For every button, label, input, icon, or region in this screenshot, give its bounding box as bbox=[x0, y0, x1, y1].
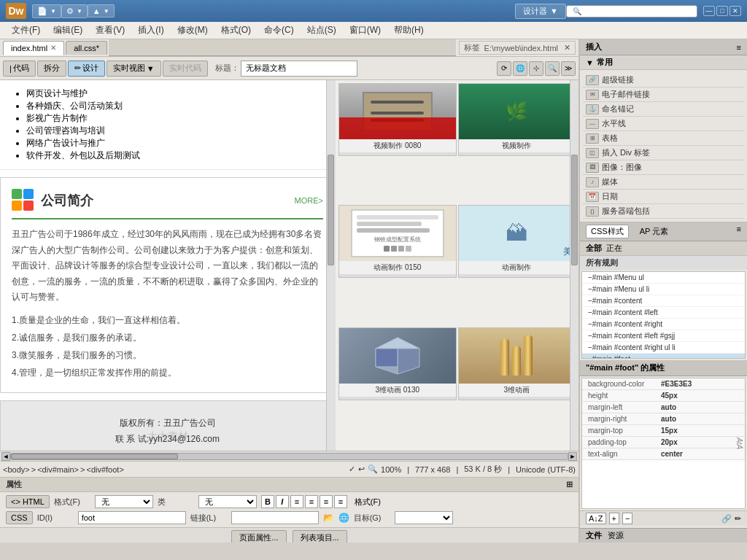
assets-tab[interactable]: 资源 bbox=[608, 530, 624, 541]
all-tab[interactable]: 全部 bbox=[586, 243, 602, 254]
toolbar-publish-icon[interactable]: ▲▼ bbox=[88, 4, 115, 18]
insert-server[interactable]: {} 服务器端包括 bbox=[583, 204, 744, 219]
split-btn[interactable]: 拆分 bbox=[37, 61, 66, 77]
minus-icon[interactable]: − bbox=[622, 513, 632, 524]
current-tab[interactable]: 正在 bbox=[606, 243, 622, 254]
class-select[interactable]: 无 bbox=[198, 495, 257, 508]
ap-elements-tab[interactable]: AP 元素 bbox=[635, 225, 674, 238]
status-arrow[interactable]: ↩ bbox=[358, 464, 365, 474]
css-panel-menu[interactable]: ≡ bbox=[737, 225, 741, 238]
html-btn[interactable]: <> HTML bbox=[6, 495, 50, 508]
more-link[interactable]: MORE> bbox=[295, 196, 323, 205]
properties-expand[interactable]: ⊞ bbox=[566, 480, 573, 489]
restore-button[interactable]: □ bbox=[716, 6, 728, 16]
link-icon[interactable]: 📂 bbox=[323, 513, 334, 523]
css-rule[interactable]: −#main #content #right ul li bbox=[582, 342, 745, 354]
insert-image[interactable]: 🖼 图像：图像 bbox=[583, 160, 744, 175]
menu-window[interactable]: 窗口(W) bbox=[344, 23, 387, 38]
insert-div[interactable]: ◫ 插入 Div 标签 bbox=[583, 146, 744, 160]
menu-view[interactable]: 查看(V) bbox=[90, 23, 131, 38]
menu-help[interactable]: 帮助(H) bbox=[388, 23, 430, 38]
menu-file[interactable]: 文件(F) bbox=[6, 23, 46, 38]
common-header[interactable]: ▼ 常用 bbox=[580, 55, 747, 70]
css-rule[interactable]: −#main #content #left #gsjj bbox=[582, 330, 745, 342]
designer-button[interactable]: 设计器 ▼ bbox=[515, 4, 566, 19]
search-box[interactable]: 🔍 bbox=[566, 5, 697, 18]
zoom-in-icon[interactable]: 🔍 bbox=[545, 61, 560, 76]
title-input[interactable] bbox=[241, 61, 357, 77]
insert-anchor[interactable]: ⚓ 命名锚记 bbox=[583, 102, 744, 117]
tab-close-index[interactable]: ✕ bbox=[50, 44, 56, 52]
css-panel-header: CSS样式 AP 元素 ≡ bbox=[580, 222, 747, 241]
link-css-icon[interactable]: 🔗 bbox=[721, 514, 732, 524]
align-center-btn[interactable]: ≡ bbox=[305, 495, 318, 508]
scrollbar-thumb[interactable] bbox=[328, 155, 334, 265]
menu-modify[interactable]: 修改(M) bbox=[171, 23, 214, 38]
status-check[interactable]: ✓ bbox=[349, 464, 355, 474]
menu-site[interactable]: 站点(S) bbox=[301, 23, 342, 38]
link-globe[interactable]: 🌐 bbox=[338, 513, 349, 523]
menu-insert[interactable]: 插入(I) bbox=[132, 23, 169, 38]
css-rule-selected[interactable]: −#main #foot bbox=[582, 354, 745, 359]
insert-hyperlink[interactable]: 🔗 超级链接 bbox=[583, 73, 744, 88]
list-item-button[interactable]: 列表项目... bbox=[293, 530, 347, 542]
right-scrollbar[interactable] bbox=[570, 80, 578, 451]
insert-email[interactable]: ✉ 电子邮件链接 bbox=[583, 88, 744, 102]
status-icon1[interactable]: 🔍 bbox=[368, 464, 378, 474]
scroll-thumb[interactable] bbox=[11, 454, 178, 459]
page-props-button[interactable]: 页面属性... bbox=[231, 530, 286, 542]
close-button[interactable]: ✕ bbox=[729, 6, 741, 16]
target-select[interactable] bbox=[395, 511, 453, 524]
menu-format[interactable]: 格式(O) bbox=[215, 23, 257, 38]
edit-css-icon[interactable]: ✏ bbox=[735, 514, 741, 524]
toolbar-file-icon[interactable]: 📄▼ bbox=[32, 4, 61, 18]
inspect-icon[interactable]: ⊹ bbox=[529, 61, 543, 76]
scroll-right-btn[interactable]: ► bbox=[568, 452, 577, 461]
insert-media[interactable]: ♪ 媒体 bbox=[583, 175, 744, 190]
css-rule[interactable]: −#main #content #right bbox=[582, 319, 745, 330]
align-left-btn[interactable]: ≡ bbox=[290, 495, 303, 508]
italic-btn[interactable]: I bbox=[276, 495, 289, 508]
horizontal-scrollbar[interactable]: ◄ ► bbox=[0, 451, 578, 461]
insert-table[interactable]: ⊞ 表格 bbox=[583, 131, 744, 146]
scroll-left-btn[interactable]: ◄ bbox=[1, 452, 10, 461]
css-rule[interactable]: −#main #Menu ul bbox=[582, 272, 745, 284]
refresh-icon[interactable]: ⟳ bbox=[497, 61, 511, 76]
minimize-button[interactable]: — bbox=[703, 6, 715, 16]
css-rule[interactable]: −#main #Menu ul li bbox=[582, 284, 745, 295]
toolbar-settings-icon[interactable]: ⚙▼ bbox=[61, 4, 88, 18]
more-icon[interactable]: ≫ bbox=[561, 61, 576, 76]
breadcrumb-body[interactable]: <body> bbox=[3, 465, 30, 474]
design-btn[interactable]: ✏ 设计 bbox=[68, 61, 105, 77]
menu-command[interactable]: 命令(C) bbox=[258, 23, 300, 38]
plus-icon[interactable]: + bbox=[609, 513, 619, 524]
live-view-btn[interactable]: 实时视图 ▼ bbox=[107, 61, 161, 77]
breadcrumb-main[interactable]: <div#main> bbox=[37, 465, 79, 474]
link-input[interactable] bbox=[231, 511, 319, 524]
breadcrumb-foot[interactable]: <div#foot> bbox=[86, 465, 123, 474]
live-code-btn[interactable]: 实时代码 bbox=[163, 61, 208, 77]
css-styles-tab[interactable]: CSS样式 bbox=[586, 225, 629, 238]
css-rule[interactable]: −#main #content #left bbox=[582, 307, 745, 319]
code-btn[interactable]: | 代码 bbox=[3, 61, 36, 77]
insert-date[interactable]: 📅 日期 bbox=[583, 190, 744, 204]
address-close[interactable]: ✕ bbox=[564, 43, 570, 52]
globe-icon[interactable]: 🌐 bbox=[513, 61, 527, 76]
id-input[interactable] bbox=[78, 511, 186, 524]
format-select[interactable]: 无 bbox=[95, 495, 153, 508]
bold-btn[interactable]: B bbox=[261, 495, 274, 508]
scroll-track[interactable] bbox=[10, 453, 568, 460]
css-rule[interactable]: −#main #content bbox=[582, 295, 745, 307]
panel-menu[interactable]: ≡ bbox=[737, 43, 741, 52]
menu-edit[interactable]: 编辑(E) bbox=[47, 23, 88, 38]
css-btn[interactable]: CSS bbox=[6, 511, 33, 524]
align-right-btn[interactable]: ≡ bbox=[320, 495, 333, 508]
align-justify-btn[interactable]: ≡ bbox=[334, 495, 347, 508]
files-tab[interactable]: 文件 bbox=[586, 530, 602, 541]
az-icon[interactable]: A↓Z bbox=[586, 513, 606, 524]
right-scrollbar-thumb[interactable] bbox=[571, 155, 578, 265]
tab-index-html[interactable]: index.html ✕ bbox=[3, 41, 64, 55]
left-scrollbar[interactable] bbox=[326, 80, 335, 451]
insert-hr[interactable]: — 水平线 bbox=[583, 117, 744, 131]
tab-all-css[interactable]: all.css* bbox=[66, 41, 107, 55]
